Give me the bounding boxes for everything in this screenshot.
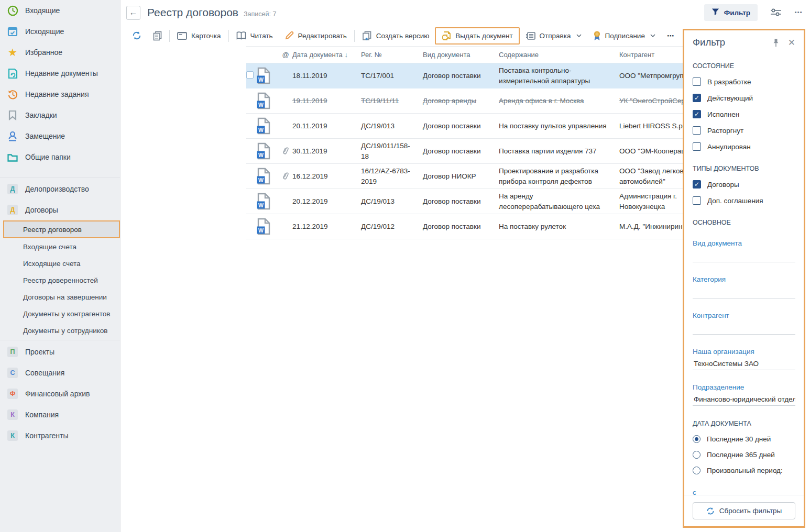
filter-toggle-button[interactable]: Фильтр — [704, 4, 758, 21]
header-more-icon[interactable]: ⋯ — [794, 8, 803, 17]
svg-text:W: W — [258, 177, 264, 183]
sidebar-item-substitution[interactable]: Замещение — [0, 126, 120, 147]
sidebar-item-label: Входящие — [25, 6, 60, 15]
sidebar-section-financial-archive[interactable]: Ф Финансовый архив — [0, 383, 120, 404]
checkbox-annulirovan[interactable]: Аннулирован — [693, 142, 795, 151]
counterparty-link[interactable]: Контрагент — [693, 312, 729, 319]
read-button[interactable]: Читать — [231, 28, 279, 43]
chevron-down-icon — [576, 34, 582, 37]
word-document-icon: W — [257, 142, 279, 160]
content-column-header[interactable]: Содержание — [499, 51, 619, 59]
page-title: Реестр договоров — [147, 6, 238, 19]
records-count: Записей: 7 — [244, 10, 276, 18]
sidebar-section-projects[interactable]: П Проекты — [0, 341, 120, 362]
our-org-input[interactable] — [693, 370, 795, 370]
back-button[interactable]: ← — [126, 6, 140, 20]
radio-last-365-days[interactable]: Последние 365 дней — [693, 451, 795, 459]
sidebar-section-company[interactable]: К Компания — [0, 404, 120, 425]
send-list-icon — [526, 32, 535, 40]
edit-button[interactable]: Редактировать — [279, 27, 353, 44]
sidebar-section-contracts[interactable]: Д Договоры — [0, 199, 120, 220]
toolbar-more-icon[interactable]: ⋯ — [661, 28, 681, 43]
our-org-link[interactable]: Наша организация — [693, 348, 754, 356]
star-icon: ★ — [7, 47, 18, 58]
funnel-icon — [712, 8, 719, 17]
sidebar-item-label: Избранное — [25, 48, 62, 57]
create-version-button[interactable]: Создать версию — [356, 27, 435, 45]
sidebar-item-contract-registry[interactable]: Реестр договоров — [3, 220, 120, 238]
checkbox-v-razrabotke[interactable]: В разработке — [693, 77, 795, 86]
checkbox-dogovory[interactable]: ✓ Договоры — [693, 180, 795, 189]
cell-date: 21.12.2019 — [292, 223, 361, 230]
department-input[interactable] — [693, 405, 795, 406]
cell-content: Поставка партии изделия 737 — [499, 146, 619, 157]
doc-kind-input[interactable] — [693, 262, 795, 262]
refresh-icon — [132, 31, 141, 40]
sidebar-item-shared-folders[interactable]: Общие папки — [0, 147, 120, 168]
sidebar-item-poa-registry[interactable]: Реестр доверенностей — [0, 272, 120, 289]
date-column-header[interactable]: Дата документа ↓ — [292, 51, 361, 59]
issue-document-button[interactable]: Выдать документ — [435, 27, 519, 45]
radio — [693, 467, 700, 474]
sidebar-item-label: Замещение — [25, 132, 65, 140]
sidebar-item-label: Общие папки — [25, 153, 71, 161]
row-checkbox[interactable] — [246, 71, 254, 79]
sidebar-item-favorites[interactable]: ★ Избранное — [0, 42, 120, 63]
sidebar-item-docs-at-counterparties[interactable]: Документы у контрагентов — [0, 305, 120, 322]
department-link[interactable]: Подразделение — [693, 383, 744, 391]
radio-custom-period[interactable]: Произвольный период: — [693, 467, 795, 474]
sidebar-item-inbox[interactable]: Входящие — [0, 0, 120, 21]
page-header: ← Реестр договоров Записей: 7 Фильтр ⋯ — [121, 0, 810, 25]
doc-type-column-header[interactable]: Вид документа — [423, 51, 499, 59]
checkbox — [693, 126, 701, 135]
pencil-icon — [284, 31, 294, 40]
close-icon[interactable]: ✕ — [788, 37, 795, 48]
card-button[interactable]: Карточка — [171, 28, 227, 43]
reset-filters-button[interactable]: Сбросить фильтры — [693, 502, 795, 519]
signing-button[interactable]: Подписание — [587, 27, 661, 45]
sidebar-item-docs-at-employees[interactable]: Документы у сотрудников — [0, 322, 120, 339]
sidebar-section-label: Делопроизводство — [25, 185, 89, 193]
person-icon — [7, 130, 18, 142]
counterparty-input[interactable] — [693, 334, 795, 335]
sidebar-item-outgoing-invoices[interactable]: Исходящие счета — [0, 255, 120, 272]
radio-last-30-days[interactable]: Последние 30 дней — [693, 435, 795, 443]
sidebar-item-bookmarks[interactable]: Закладки — [0, 105, 120, 126]
checkbox — [693, 142, 701, 151]
reg-column-header[interactable]: Рег. № — [361, 51, 423, 59]
copy-button[interactable] — [147, 27, 168, 45]
sidebar-section-counterparties[interactable]: К Контрагенты — [0, 425, 120, 446]
category-field: Категория — [693, 274, 795, 298]
cell-doc-type: Договор поставки — [423, 122, 499, 130]
svg-text:W: W — [258, 76, 264, 83]
category-link[interactable]: Категория — [693, 275, 726, 283]
cell-content: На аренду лесоперерабатывающего цеха — [499, 191, 619, 212]
sidebar-section-office[interactable]: Д Делопроизводство — [0, 179, 120, 199]
our-org-value[interactable]: ТехноСистемы ЗАО — [693, 360, 795, 368]
department-value[interactable]: Финансово-юридический отдел — [693, 395, 795, 403]
checkbox-ispolnen[interactable]: ✓ Исполнен — [693, 110, 795, 118]
attachment-column-header[interactable]: @ — [279, 51, 292, 59]
sidebar-item-incoming-invoices[interactable]: Входящие счета — [0, 238, 120, 255]
refresh-button[interactable] — [126, 27, 147, 44]
category-input[interactable] — [693, 298, 795, 298]
filter-panel-title: Фильтр — [693, 37, 764, 48]
clock-history-icon — [7, 88, 18, 100]
word-document-icon: W — [257, 92, 279, 109]
sidebar-item-recent-documents[interactable]: Недавние документы — [0, 63, 120, 84]
sidebar-item-label: Исходящие счета — [23, 260, 81, 268]
sidebar-item-contracts-completion[interactable]: Договоры на завершении — [0, 289, 120, 305]
checkbox-dop-soglasheniya[interactable]: Доп. соглашения — [693, 196, 795, 205]
app-window: Входящие Исходящие ★ Избранное Недавние … — [0, 0, 810, 532]
sidebar-section-meetings[interactable]: С Совещания — [0, 362, 120, 383]
view-settings-icon[interactable] — [770, 8, 782, 17]
sidebar-section-label: Компания — [25, 411, 59, 419]
sidebar-item-outbox[interactable]: Исходящие — [0, 21, 120, 42]
checkbox-rastorgnut[interactable]: Расторгнут — [693, 126, 795, 135]
sidebar-item-recent-tasks[interactable]: Недавние задания — [0, 84, 120, 105]
pin-icon[interactable] — [772, 38, 780, 47]
checkbox-deystvuyushchiy[interactable]: ✓ Действующий — [693, 94, 795, 102]
cell-date: 16.12.2019 — [292, 172, 361, 180]
send-button[interactable]: Отправка — [520, 28, 587, 43]
doc-kind-link[interactable]: Вид документа — [693, 239, 742, 247]
